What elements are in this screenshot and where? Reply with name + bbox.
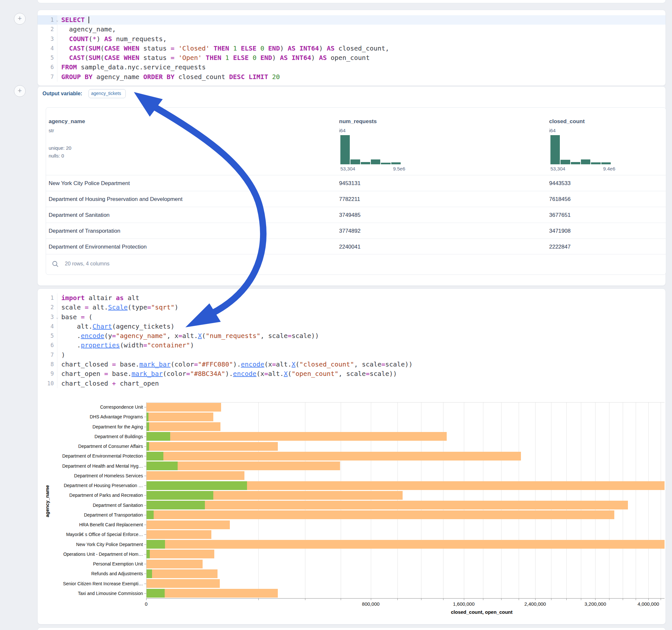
table-row[interactable]: New York City Police Department945313194… — [46, 175, 666, 191]
chart-y-axis-label: HRA Benefit Card Replacement — [39, 522, 143, 527]
chart-gridline — [258, 402, 259, 598]
code-line[interactable]: 2 agency_name, — [38, 25, 666, 34]
bar-closed-count[interactable] — [146, 442, 278, 451]
code-line[interactable]: 4 alt.Chart(agency_tickets) — [38, 322, 666, 331]
bar-closed-count[interactable] — [146, 501, 628, 509]
bar-closed-count[interactable] — [146, 550, 214, 558]
chart-y-tick — [144, 485, 146, 486]
chart-y-tick — [144, 427, 146, 427]
output-variable-label: Output variable: — [43, 91, 82, 97]
code-line[interactable]: 9chart_open = base.mark_bar(color="#8BC3… — [38, 369, 666, 379]
code-line[interactable]: 5 CAST(SUM(CASE WHEN status = 'Open' THE… — [38, 53, 666, 63]
bar-closed-count[interactable] — [146, 589, 278, 598]
bar-closed-count[interactable] — [146, 432, 447, 441]
line-number: 6 — [38, 63, 57, 72]
chart-gridline — [661, 402, 661, 598]
add-cell-button-output[interactable]: + — [14, 85, 26, 97]
chart-gridline — [648, 402, 649, 598]
table-cell: New York City Police Department — [49, 175, 130, 191]
fold-chevron-icon[interactable]: ⌄ — [56, 16, 58, 25]
bar-open-count[interactable] — [146, 589, 165, 598]
bar-closed-count[interactable] — [146, 520, 230, 529]
chart-y-tick — [144, 437, 146, 437]
chart-x-tick — [661, 598, 661, 600]
bar-closed-count[interactable] — [146, 452, 521, 461]
code-text: chart_open = base.mark_bar(color="#8BC34… — [57, 369, 397, 379]
chart-gridline — [371, 402, 371, 598]
code-line[interactable]: 7) — [38, 350, 666, 360]
bar-closed-count[interactable] — [146, 560, 202, 568]
code-line[interactable]: 5 .encode(y="agency_name", x=alt.X("num_… — [38, 331, 666, 341]
chart-y-axis-label: Department of Parks and Recreation — [39, 492, 143, 498]
histogram-bar — [371, 160, 380, 164]
code-text: .encode(y="agency_name", x=alt.X("num_re… — [57, 331, 319, 341]
code-text: CAST(SUM(CASE WHEN status = 'Closed' THE… — [57, 44, 389, 53]
bar-open-count[interactable] — [146, 570, 152, 578]
line-number: 5 — [38, 331, 57, 341]
bar-open-count[interactable] — [146, 461, 178, 470]
bar-open-count[interactable] — [146, 413, 148, 421]
chart-y-tick — [144, 417, 146, 417]
bar-open-count[interactable] — [146, 540, 165, 549]
code-line[interactable]: 3⌄base = ( — [38, 312, 666, 322]
bar-closed-count[interactable] — [146, 570, 217, 578]
chart-x-tick-label: 3,200,000 — [576, 601, 615, 607]
chart-y-tick — [144, 505, 146, 506]
code-line[interactable]: 7GROUP BY agency_name ORDER BY closed_co… — [38, 72, 666, 82]
chart-gridline — [398, 402, 398, 598]
code-line[interactable]: 6FROM sample_data.nyc.service_requests — [38, 63, 666, 72]
code-line[interactable]: 8chart_closed = base.mark_bar(color="#FF… — [38, 360, 666, 369]
search-icon[interactable] — [52, 261, 59, 268]
bar-closed-count[interactable] — [146, 471, 244, 480]
table-row[interactable]: Department of Transportation377489234719… — [46, 223, 666, 239]
bar-open-count[interactable] — [146, 491, 213, 500]
chart-y-axis-label: Department for the Aging — [39, 424, 143, 429]
bar-closed-count[interactable] — [146, 540, 665, 549]
notebook-page: + + 1⌄SELECT 2 agency_name,3 COUNT(*) AS… — [0, 0, 672, 630]
bar-closed-count[interactable] — [146, 403, 221, 412]
chart-gridline — [501, 402, 502, 598]
bar-closed-count[interactable] — [146, 422, 220, 431]
bar-open-count[interactable] — [146, 550, 150, 558]
table-row[interactable]: Department of Sanitation37494853677651 — [46, 207, 666, 223]
table-row[interactable]: Department of Environmental Protection22… — [46, 239, 666, 255]
bar-open-count[interactable] — [146, 481, 247, 490]
histogram-bar — [381, 163, 390, 164]
bar-open-count[interactable] — [146, 442, 149, 451]
column-header-agency-name[interactable]: agency_name — [49, 118, 85, 125]
bar-open-count[interactable] — [146, 501, 205, 509]
bar-closed-count[interactable] — [146, 510, 614, 519]
table-cell: 9453131 — [339, 175, 360, 191]
histogram-bar — [340, 135, 350, 164]
code-line[interactable]: 4 CAST(SUM(CASE WHEN status = 'Closed' T… — [38, 44, 666, 53]
fold-chevron-icon[interactable]: ⌄ — [56, 313, 58, 322]
bar-open-count[interactable] — [146, 422, 149, 431]
bar-closed-count[interactable] — [146, 579, 220, 588]
chart-y-tick — [144, 495, 146, 495]
bar-closed-count[interactable] — [146, 530, 211, 539]
output-variable-pill[interactable]: agency_tickets — [89, 89, 126, 98]
bar-open-count[interactable] — [146, 510, 154, 519]
bar-open-count[interactable] — [146, 452, 163, 461]
row-count-label: 20 rows, 4 columns — [65, 261, 110, 267]
table-row[interactable]: Department of Housing Preservation and D… — [46, 191, 666, 207]
bar-closed-count[interactable] — [146, 413, 213, 421]
table-cell: 3471908 — [549, 223, 571, 239]
chart-y-axis-label: Department of Health and Mental Hyg… — [39, 463, 143, 468]
column-header-num-requests[interactable]: num_requests — [339, 118, 377, 125]
code-text: import altair as alt — [57, 293, 139, 303]
column-header-closed-count[interactable]: closed_count — [549, 118, 585, 125]
code-line[interactable]: 3 COUNT(*) AS num_requests, — [38, 34, 666, 44]
code-line[interactable]: 1import altair as alt — [38, 293, 666, 303]
python-code-editor[interactable]: 1import altair as alt2scale = alt.Scale(… — [38, 293, 666, 388]
code-line[interactable]: 6 .properties(width="container") — [38, 341, 666, 350]
code-line[interactable]: 2scale = alt.Scale(type="sqrt") — [38, 303, 666, 312]
code-line[interactable]: 10chart_closed + chart_open — [38, 379, 666, 388]
column-meta-unique: unique: 20 — [49, 144, 71, 152]
bar-open-count[interactable] — [146, 432, 170, 441]
line-number: 2 — [38, 303, 57, 312]
code-line[interactable]: 1⌄SELECT — [38, 15, 666, 25]
sql-code-editor[interactable]: 1⌄SELECT 2 agency_name,3 COUNT(*) AS num… — [38, 15, 666, 82]
add-cell-button-top[interactable]: + — [14, 13, 26, 25]
table-footer: 20 rows, 4 columns — [46, 254, 666, 274]
